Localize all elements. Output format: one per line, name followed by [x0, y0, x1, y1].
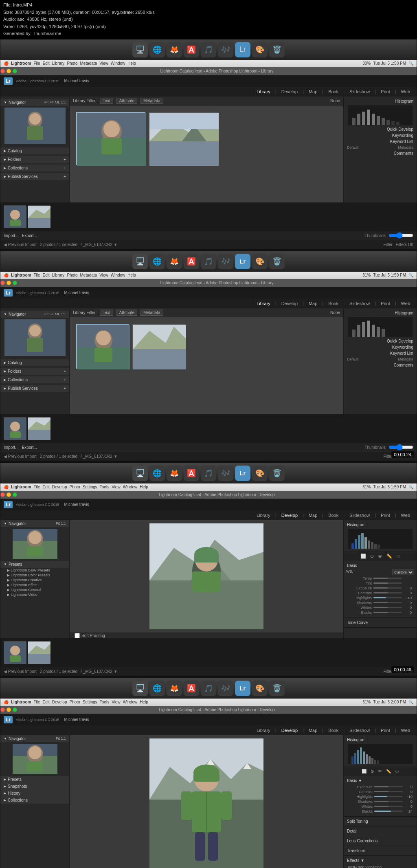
menu-photo-4[interactable]: Photo [70, 700, 80, 704]
minimize-button-1[interactable] [7, 69, 11, 73]
menu-develop-4[interactable]: Develop [52, 700, 67, 704]
sidebar-navigator-2[interactable]: ▼Navigator Fit FT ML 1:1 [0, 311, 69, 318]
dock-spotify-icon-4[interactable]: 🎶 [218, 681, 233, 696]
menu-window-4[interactable]: Window [123, 700, 138, 704]
close-button-4[interactable] [0, 708, 5, 712]
preset-item-4[interactable]: ▶ Lightroom Effect [0, 582, 69, 587]
filter-none-2[interactable]: None [330, 310, 340, 315]
sidebar-navigator-1[interactable]: ▼Navigator Fit FT ML 1:1 [0, 99, 69, 106]
close-button-3[interactable] [0, 492, 5, 497]
brush-tool-4[interactable]: ✏️ [385, 768, 392, 774]
nav-book-1[interactable]: Book [327, 88, 340, 95]
redeye-tool-3[interactable]: 👁 [377, 553, 384, 560]
brush-tool-3[interactable]: ✏️ [385, 553, 393, 560]
sys-search-4[interactable]: 🔍 [408, 700, 413, 704]
sidebar-collections-2[interactable]: ▶Collections + [0, 376, 69, 383]
develop-presets-3[interactable]: ▼Presets [0, 561, 69, 568]
menu-window-3[interactable]: Window [123, 485, 138, 489]
filmstrip-thumb-3[interactable] [4, 417, 26, 439]
dock-trash-icon-4[interactable]: 🗑️ [269, 681, 285, 696]
rp-quick-develop-1[interactable]: Quick Develop [344, 126, 417, 132]
rp-metadata-2[interactable]: Metadata [398, 357, 413, 361]
sys-search-3[interactable]: 🔍 [408, 485, 413, 489]
nav-print-2[interactable]: Print [379, 300, 392, 307]
soft-proofing-checkbox-3[interactable] [75, 633, 80, 638]
nav-web-2[interactable]: Web [399, 300, 412, 307]
dock-finder-icon-4[interactable]: 🖥️ [132, 681, 148, 696]
nav-web-3[interactable]: Web [399, 512, 412, 519]
dock-firefox-icon[interactable]: 🦊 [167, 42, 182, 57]
nav-library-1[interactable]: Library [255, 88, 272, 95]
sidebar-catalog-2[interactable]: ▶Catalog [0, 359, 69, 366]
filter-none-1[interactable]: None [330, 99, 340, 103]
menu-tools-3[interactable]: Tools [100, 485, 109, 489]
sidebar-catalog-1[interactable]: ▶Catalog [0, 147, 69, 154]
app-name-menu-3[interactable]: Lightroom [11, 485, 31, 489]
menu-edit-2[interactable]: Edit [43, 273, 50, 277]
nav-web-1[interactable]: Web [399, 88, 412, 95]
dock-lr-icon-4[interactable]: Lr [235, 681, 250, 696]
sidebar-folders-2[interactable]: ▶Folders + [0, 368, 69, 375]
menu-view-3[interactable]: View [112, 485, 121, 489]
close-button-1[interactable] [0, 69, 5, 73]
filmstrip-thumb-5[interactable] [4, 641, 26, 664]
dock-firefox-icon-3[interactable]: 🦊 [167, 466, 182, 481]
dock-music-icon-3[interactable]: 🎵 [201, 466, 216, 481]
menu-file-3[interactable]: File [33, 485, 40, 489]
menu-help-3[interactable]: Help [140, 485, 148, 489]
filter-text-1[interactable]: Text [100, 98, 113, 104]
dock-firefox-icon-2[interactable]: 🦊 [167, 254, 182, 269]
import-btn-2[interactable]: Import... [4, 445, 19, 450]
gradient-tool-3[interactable]: ▭ [395, 553, 402, 560]
nav-develop-2[interactable]: Develop [280, 300, 299, 307]
menu-help-1[interactable]: Help [127, 61, 136, 66]
menu-help-2[interactable]: Help [127, 273, 136, 277]
apple-menu-2[interactable]: 🍎 [4, 273, 9, 277]
menu-view-2[interactable]: View [99, 273, 108, 277]
nav-map-1[interactable]: Map [307, 88, 319, 95]
develop-snapshots-4[interactable]: ▶Snapshots [0, 783, 69, 790]
rp-keywording-2[interactable]: Keywording [344, 344, 417, 350]
rp-histogram-1[interactable]: Histogram [344, 98, 417, 104]
menu-photo-2[interactable]: Photo [67, 273, 77, 277]
menu-settings-4[interactable]: Settings [83, 700, 97, 704]
develop-navigator-4[interactable]: ▼Navigator Fit 1:1 [0, 735, 69, 742]
menu-develop-3[interactable]: Develop [52, 485, 67, 489]
maximize-button-3[interactable] [13, 492, 17, 497]
filter-metadata-1[interactable]: Metadata [140, 98, 163, 104]
prev-import-2[interactable]: ◀ Previous Import [4, 454, 37, 459]
dock-appstore-icon-3[interactable]: 🅰️ [184, 466, 199, 481]
sidebar-publish-1[interactable]: ▶Publish Services + [0, 173, 69, 180]
apple-menu-3[interactable]: 🍎 [4, 485, 9, 489]
dev-split-title-4[interactable]: Split Toning [344, 818, 417, 824]
close-button-2[interactable] [0, 281, 5, 285]
rp-keyword-list-2[interactable]: Keyword List [344, 350, 417, 356]
dev-tone-title-3[interactable]: Tone Curve [344, 620, 417, 626]
dock-chrome-icon-2[interactable]: 🌐 [149, 254, 165, 269]
filmstrip-thumb-2[interactable] [28, 205, 50, 228]
dev-transform-title-4[interactable]: Transform [344, 848, 417, 854]
photo-thumb-landscape-2[interactable] [132, 324, 185, 369]
menu-view-1[interactable]: View [99, 61, 108, 66]
preset-item-5[interactable]: ▶ Lightroom General [0, 587, 69, 592]
menu-metadata-1[interactable]: Metadata [80, 61, 97, 66]
rp-histogram-2[interactable]: Histogram [344, 310, 417, 316]
apple-menu-4[interactable]: 🍎 [4, 700, 9, 704]
spot-tool-3[interactable]: ⊙ [369, 553, 375, 560]
menu-window-2[interactable]: Window [111, 273, 125, 277]
nav-map-3[interactable]: Map [307, 512, 319, 519]
app-name-menu-2[interactable]: Lightroom [11, 273, 31, 277]
menu-edit-4[interactable]: Edit [43, 700, 50, 704]
nav-book-2[interactable]: Book [327, 300, 340, 307]
prev-import-1[interactable]: ◀ Previous Import [4, 242, 37, 247]
app-name-menu-4[interactable]: Lightroom [11, 700, 31, 704]
nav-library-3[interactable]: Library [255, 512, 272, 519]
sidebar-collections-1[interactable]: ▶Collections + [0, 165, 69, 171]
nav-map-4[interactable]: Map [307, 727, 319, 734]
sidebar-folders-1[interactable]: ▶Folders + [0, 156, 69, 163]
photo-thumb-landscape-1[interactable] [149, 112, 218, 165]
menu-help-4[interactable]: Help [140, 700, 148, 704]
nav-book-4[interactable]: Book [327, 727, 340, 734]
dock-trash-icon-2[interactable]: 🗑️ [269, 254, 285, 269]
nav-print-3[interactable]: Print [379, 512, 392, 519]
